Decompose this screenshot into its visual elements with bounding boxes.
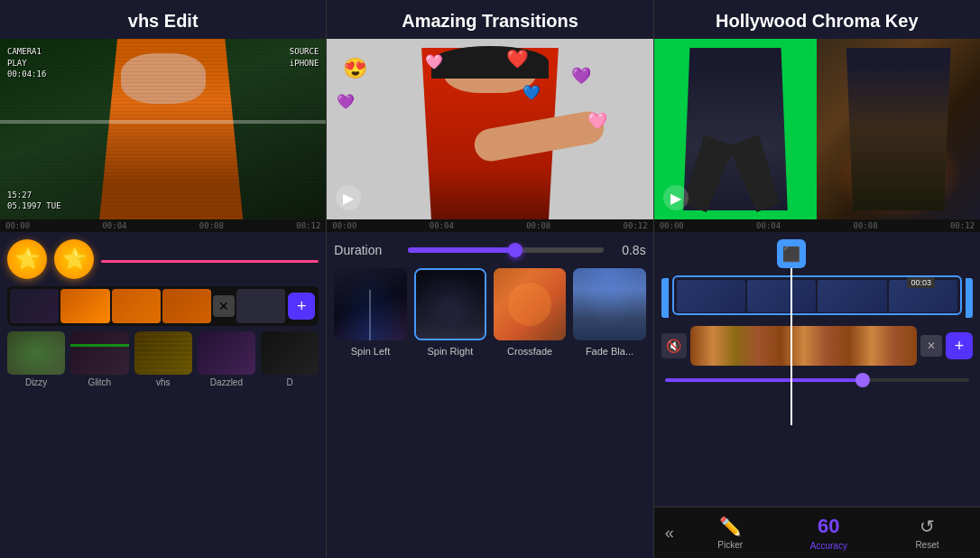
crossfade-thumb: [494, 268, 566, 340]
vhs-title: vhs Edit: [0, 0, 326, 39]
toolbar-accuracy[interactable]: 60 Accuracy: [780, 515, 878, 551]
transition-crossfade[interactable]: Crossfade: [494, 268, 566, 357]
chroma-clip-container: 00:03: [661, 275, 973, 321]
crossfade-label: Crossfade: [507, 346, 552, 357]
filter-glitch[interactable]: Glitch: [70, 331, 128, 387]
sticker-1[interactable]: ⭐: [7, 239, 47, 279]
sticker-2[interactable]: ⭐: [54, 239, 94, 279]
chroma-bottom-row: 🔇 ✕ +: [661, 326, 973, 366]
clip-4: [162, 289, 211, 323]
vhs-panel: vhs Edit CAMERA1 PLAY 00:04:16 SOURCE: [0, 0, 327, 558]
chroma-panel: Hollywood Chroma Key: [654, 0, 980, 558]
toolbar-reset[interactable]: ↺ Reset: [878, 516, 976, 550]
fade-black-label: Fade Bla...: [586, 346, 633, 357]
chroma-main-clip[interactable]: [690, 326, 917, 366]
transition-marker[interactable]: ✕: [213, 295, 235, 317]
vhs-time-text: 15:27 05.1997 TUE: [7, 190, 61, 212]
vhs-content: ⭐ ⭐ ✕ +: [0, 232, 326, 558]
transition-fade-black[interactable]: Fade Bla...: [573, 268, 645, 357]
transition-spin-right[interactable]: Spin Right: [414, 268, 486, 357]
vhs-sticker-row: ⭐ ⭐: [7, 239, 319, 279]
vhs-video-preview[interactable]: CAMERA1 PLAY 00:04:16 SOURCE iPHONE 15:2…: [0, 39, 326, 219]
duration-row: Duration 0.8s: [327, 232, 652, 268]
filter-dazzled[interactable]: Dazzled: [198, 331, 255, 387]
transitions-timestamps: 00:00 00:04 00:08 00:12: [327, 219, 652, 232]
clip-1: [10, 289, 59, 323]
spin-right-thumb: [414, 268, 486, 340]
filter-dizzy[interactable]: Dizzy: [7, 331, 65, 387]
vhs-timestamps: 00:00 00:04 00:08 00:12: [0, 219, 326, 232]
chroma-transition-marker[interactable]: ✕: [920, 335, 942, 357]
accuracy-value: 60: [818, 515, 839, 538]
chroma-back-button[interactable]: «: [658, 524, 681, 543]
chroma-slider[interactable]: [665, 378, 969, 382]
spin-left-thumb: [334, 268, 406, 340]
chroma-mute-button[interactable]: 🔇: [661, 333, 687, 358]
toolbar-picker[interactable]: ✏️ Picker: [681, 516, 780, 550]
spin-right-label: Spin Right: [427, 346, 473, 357]
clip-3: [112, 289, 161, 323]
transitions-panel: Amazing Transitions 😍 ❤️ 💜 💜 💙: [327, 0, 653, 558]
accuracy-label: Accuracy: [810, 541, 847, 551]
chroma-cursor: ⬛: [790, 239, 792, 425]
chroma-toolbar: « ✏️ Picker 60 Accuracy ↺ Reset: [654, 507, 980, 558]
vhs-camera-text: CAMERA1 PLAY 00:04:16: [7, 46, 46, 80]
reset-icon: ↺: [920, 516, 935, 537]
chroma-add-button[interactable]: +: [946, 332, 973, 359]
clip-5: [236, 289, 285, 323]
reset-label: Reset: [915, 540, 938, 550]
fade-black-thumb: [573, 268, 645, 340]
chroma-cursor-head: ⬛: [777, 239, 806, 268]
vhs-main-timeline[interactable]: ✕ +: [7, 286, 319, 326]
transitions-grid: Spin Left Spin Right Crossfade: [327, 268, 652, 364]
duration-value: 0.8s: [615, 243, 646, 257]
add-clip-button[interactable]: +: [288, 293, 315, 320]
chroma-video-preview[interactable]: ▶: [654, 39, 980, 219]
transition-spin-left[interactable]: Spin Left: [334, 268, 406, 357]
transitions-title: Amazing Transitions: [327, 0, 652, 39]
clip-2: [60, 289, 109, 323]
picker-icon: ✏️: [719, 516, 742, 537]
picker-label: Picker: [717, 540, 743, 550]
chroma-play-btn[interactable]: ▶: [663, 185, 689, 210]
chevron-left-icon: «: [665, 524, 674, 542]
chroma-timestamps: 00:00 00:04 00:08 00:12: [654, 219, 980, 232]
chroma-content: ⬛ 00:03: [654, 232, 980, 507]
chroma-selected-clip[interactable]: 00:03: [672, 275, 962, 315]
filter-d[interactable]: D: [261, 331, 319, 387]
vhs-filter-row: Dizzy Glitch vhs Dazzled: [7, 331, 319, 387]
clip-time-badge: 00:03: [907, 277, 935, 288]
spin-left-label: Spin Left: [351, 346, 390, 357]
duration-label: Duration: [334, 243, 397, 257]
chroma-slider-row: [661, 371, 973, 389]
duration-slider[interactable]: [408, 247, 603, 253]
vhs-source-text: SOURCE iPHONE: [290, 46, 319, 69]
transitions-video-preview[interactable]: 😍 ❤️ 💜 💜 💙 🩷 🩷 ▶: [327, 39, 652, 219]
filter-vhs[interactable]: vhs: [134, 331, 192, 387]
chroma-title: Hollywood Chroma Key: [654, 0, 980, 39]
